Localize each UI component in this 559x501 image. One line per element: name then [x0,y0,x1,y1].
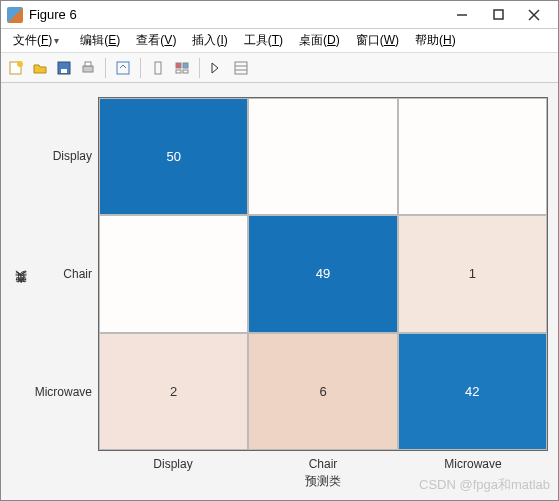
heatmap-cell: 2 [99,333,248,450]
print-button[interactable] [77,57,99,79]
menu-view[interactable]: 查看(V) [128,30,184,51]
data-cursor-button[interactable] [147,57,169,79]
menu-window[interactable]: 窗口(W) [348,30,407,51]
property-inspector-icon [233,60,249,76]
toolbar-separator [105,58,106,78]
plot-inner: 真实类 Display Chair Microwave 504912642 Di… [11,97,548,490]
menu-edit[interactable]: 编辑(E) [72,30,128,51]
edit-plot-icon [209,60,225,76]
open-icon [32,60,48,76]
y-axis-label: 真实类 [11,97,30,490]
x-tick-label: Chair [248,451,398,471]
window-controls [444,1,552,29]
save-button[interactable] [53,57,75,79]
heatmap-cell [398,98,547,215]
property-inspector-button[interactable] [230,57,252,79]
close-button[interactable] [516,1,552,29]
print-icon [80,60,96,76]
data-cursor-icon [150,60,166,76]
new-figure-icon [8,60,24,76]
window-title: Figure 6 [29,7,444,22]
chart-wrap: Display Chair Microwave 504912642 Displa… [30,97,548,490]
svg-rect-10 [117,62,129,74]
y-tick-label: Chair [63,267,92,281]
y-ticks: Display Chair Microwave [30,97,98,451]
x-tick-label: Microwave [398,451,548,471]
svg-rect-7 [61,69,67,73]
svg-rect-8 [83,66,93,72]
minimize-icon [456,9,468,21]
app-icon [7,7,23,23]
link-source-button[interactable] [112,57,134,79]
legend-icon [174,60,190,76]
titlebar: Figure 6 [1,1,558,29]
menu-insert[interactable]: 插入(I) [184,30,235,51]
y-tick-label: Microwave [35,385,92,399]
x-tick-label: Display [98,451,248,471]
heatmap-cell: 42 [398,333,547,450]
svg-rect-9 [85,62,91,66]
svg-rect-16 [235,62,247,74]
heatmap-cell: 6 [248,333,397,450]
toolbar [1,53,558,83]
menubar: 文件(F)▾ 编辑(E) 查看(V) 插入(I) 工具(T) 桌面(D) 窗口(… [1,29,558,53]
maximize-icon [493,9,504,20]
chevron-down-icon: ▾ [54,35,64,46]
new-figure-button[interactable] [5,57,27,79]
open-button[interactable] [29,57,51,79]
grid-wrap: Display Chair Microwave 504912642 [30,97,548,451]
y-tick-label: Display [53,149,92,163]
heatmap-cell: 49 [248,215,397,332]
svg-rect-13 [183,63,188,68]
watermark: CSDN @fpga和matlab [419,476,550,494]
svg-rect-11 [155,62,161,74]
link-source-icon [115,60,131,76]
heatmap-cell [248,98,397,215]
edit-plot-button[interactable] [206,57,228,79]
plot-area: 真实类 Display Chair Microwave 504912642 Di… [1,83,558,500]
svg-rect-12 [176,63,181,68]
menu-help[interactable]: 帮助(H) [407,30,464,51]
svg-point-5 [17,61,23,67]
svg-rect-15 [183,70,188,73]
close-icon [528,9,540,21]
heatmap-grid[interactable]: 504912642 [98,97,548,451]
menu-tools[interactable]: 工具(T) [236,30,291,51]
svg-rect-14 [176,70,181,73]
maximize-button[interactable] [480,1,516,29]
save-icon [56,60,72,76]
menu-file[interactable]: 文件(F)▾ [5,30,72,51]
x-ticks: Display Chair Microwave [98,451,548,471]
svg-rect-1 [494,10,503,19]
toolbar-separator [140,58,141,78]
figure-window: Figure 6 文件(F)▾ 编辑(E) 查看(V) 插入(I) 工具(T) … [0,0,559,501]
toolbar-separator [199,58,200,78]
heatmap-cell: 1 [398,215,547,332]
minimize-button[interactable] [444,1,480,29]
heatmap-cell: 50 [99,98,248,215]
menu-desktop[interactable]: 桌面(D) [291,30,348,51]
colorbar-button[interactable] [171,57,193,79]
heatmap-cell [99,215,248,332]
